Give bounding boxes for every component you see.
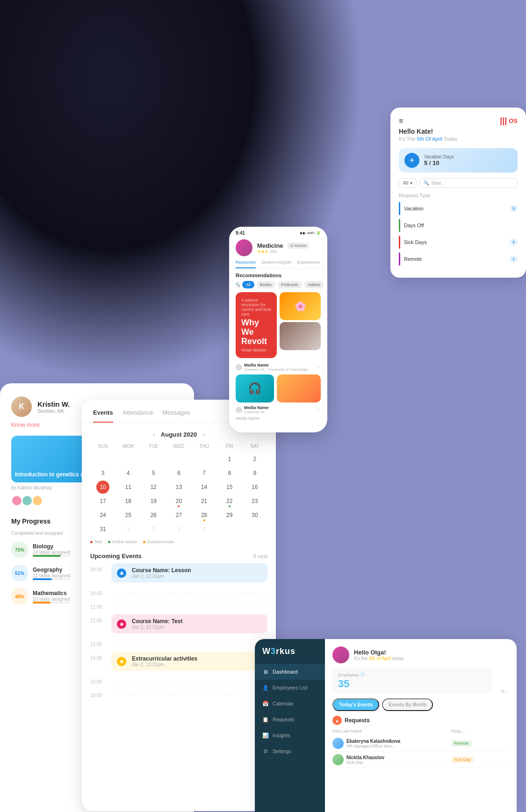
workus-stats-row: Employees ⓘ 35 In ... [332,668,509,694]
vacation-icon: ✈ [404,153,419,168]
event-icon-1: ◉ [117,619,126,629]
row-name-0: Ekateryna Kalashnikova [346,739,400,744]
cal-date[interactable]: 31 [96,523,109,536]
cal-date[interactable]: 18 [122,495,135,508]
cal-date[interactable] [96,453,109,466]
day-sat: SAT [242,442,267,451]
cal-date[interactable]: 4 [122,467,135,480]
card-subtitle: A patient revolution for careful and kin… [241,298,271,316]
cal-date[interactable]: 29 [223,509,236,522]
events-by-month-button[interactable]: Events By Month [382,698,433,711]
filter-all[interactable]: All [242,281,254,288]
calendar-icon: 📅 [262,700,269,707]
cal-date[interactable]: 19 [147,495,160,508]
nav-settings[interactable]: ⚙ Settings [255,743,325,759]
next-month-button[interactable]: › [202,431,205,438]
cal-date[interactable] [122,453,135,466]
row-role-0: HR Manager/Office Man... [346,744,400,748]
calendar-card: Events Attendance Messages ‹ August 2020… [82,400,276,811]
tab-messages[interactable]: Messages [162,409,190,423]
cal-date[interactable] [198,453,211,466]
day-sun: SUN [90,442,115,451]
req-label-sick: Sick Days [404,239,506,245]
media-card-img-2 [280,322,321,350]
tab-attendance[interactable]: Attendance [122,409,153,423]
day-thu: THU [192,442,217,451]
workus-requests-title: ▲ Requests [332,716,509,725]
cal-date[interactable]: 7 [198,467,211,480]
today-events-button[interactable]: Today's Events [332,698,379,711]
cal-date[interactable]: 9 [248,467,261,480]
cal-date[interactable] [223,523,236,536]
med-tab-insights[interactable]: Student Insights [261,260,292,268]
med-tab-resources[interactable]: Resources [236,260,256,268]
cal-date[interactable]: 20 [172,495,185,508]
cal-date[interactable]: 2 [248,453,261,466]
cal-date[interactable]: 25 [122,509,135,522]
prev-month-button[interactable]: ‹ [153,431,155,438]
filter-search-icon[interactable]: 🔍 [236,281,240,288]
dashboard-icon: ⊞ [262,668,269,675]
cal-date[interactable]: 1 [223,453,236,466]
cal-date[interactable]: 30 [248,509,261,522]
cal-date[interactable]: 3 [96,467,109,480]
medicine-rating: 200 [270,249,277,254]
cal-date[interactable]: 11 [122,481,135,494]
cal-date[interactable]: 15 [223,481,236,494]
media-card-img-1: 🌸 [280,292,321,320]
nav-requests[interactable]: 📋 Requests [255,711,325,727]
employees-icon: 👤 [262,684,269,691]
req-label-vacation: Vacation [404,206,506,211]
event-icon-2: ◉ [117,657,126,666]
filter-books[interactable]: Books [256,281,275,288]
cal-date[interactable]: 24 [96,509,109,522]
cal-date[interactable]: 8 [223,467,236,480]
filter-podcasts[interactable]: Podcasts [277,281,302,288]
cal-date[interactable]: 2 [147,523,160,536]
cal-date[interactable]: 16 [248,481,261,494]
cal-date[interactable]: 4 [198,523,211,536]
cal-date[interactable]: 22 [223,495,236,508]
filter-videos[interactable]: Videos [304,281,324,288]
student-section: Section: 8A [37,408,70,414]
workus-user-avatar [332,647,349,663]
media-meta-dot-1 [236,364,242,371]
cal-date[interactable]: 6 [172,467,185,480]
nav-calendar[interactable]: 📅 Calendar [255,696,325,711]
cal-date[interactable]: 17 [96,495,109,508]
cal-date[interactable]: 13 [172,481,185,494]
cal-date[interactable]: 1 [122,523,135,536]
day-fri: FRI [217,442,242,451]
nav-dashboard[interactable]: ⊞ Dashboard [255,664,325,680]
cal-date[interactable] [147,453,160,466]
event-row-5: 14:00 ◉ Extracurricular activities Jan 2… [90,652,267,671]
cal-date[interactable]: 21 [198,495,211,508]
med-tab-experiences[interactable]: Experiences [297,260,321,268]
cal-date[interactable]: 23 [248,495,261,508]
cal-date[interactable]: 3 [172,523,185,536]
medicine-stars: ★★★ [257,249,268,254]
cal-date[interactable]: 14 [198,481,211,494]
cal-date[interactable]: 28 [198,509,211,522]
calendar-month-label: August 2020 [161,431,197,438]
student-avatar: K [11,396,32,417]
cal-date[interactable] [248,523,261,536]
know-more-link[interactable]: Know more [11,422,40,428]
tab-events[interactable]: Events [93,409,113,423]
cal-date[interactable]: 5 [147,467,160,480]
cal-date[interactable]: 26 [147,509,160,522]
cal-date[interactable]: 12 [147,481,160,494]
hr-menu-icon[interactable]: ≡ [399,117,403,125]
cal-date[interactable] [172,453,185,466]
hr-search-box[interactable]: 🔍 Sear... [419,178,518,188]
med-section-title: Recommendations [229,269,327,281]
cal-date[interactable]: 27 [172,509,185,522]
workus-main: Hello Olga! It's the 5th of April today … [325,639,517,812]
cal-date-today[interactable]: 10 [96,481,109,494]
nav-insights[interactable]: 📊 Insights [255,727,325,743]
more-icon-2[interactable]: ··· [317,407,321,412]
more-icon-1[interactable]: ··· [317,365,321,370]
nav-employees[interactable]: 👤 Employees List [255,680,325,696]
workus-table-row-1: Nickita Khaustov Sick Day Sick Day [332,752,509,768]
hr-filter-select[interactable]: All ▾ [399,178,417,188]
